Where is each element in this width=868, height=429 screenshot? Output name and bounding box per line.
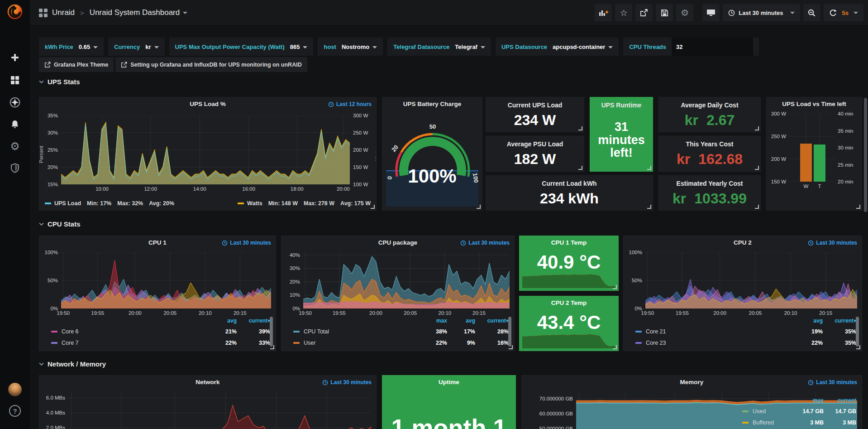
legend-value: 9%	[447, 340, 475, 346]
bell-alerting-icon[interactable]	[9, 118, 21, 131]
user-avatar[interactable]	[8, 383, 22, 396]
legend-column-header[interactable]: avg	[209, 318, 237, 324]
plus-icon[interactable]	[9, 51, 21, 64]
breadcrumb-dashboard-title[interactable]: Unraid System Dashboard	[90, 8, 187, 17]
dashboard-links-row: Grafana Plex ThemeSetting up Grafana and…	[39, 57, 307, 72]
panel-title[interactable]: UPS Battery Charge	[401, 101, 464, 107]
breadcrumb-separator: >	[80, 9, 84, 17]
panel-title[interactable]: Memory	[540, 379, 844, 386]
time-range-picker[interactable]: Last 30 minutes	[723, 4, 800, 21]
variable-ups-max-output-power-capacity-watt-[interactable]: UPS Max Output Power Capacity (Watt)865	[169, 38, 314, 56]
page-scrollbar[interactable]	[864, 98, 867, 212]
variable-cpu-threads[interactable]: CPU Threads	[623, 38, 759, 56]
share-dashboard-button[interactable]	[635, 4, 653, 21]
apps-grid-icon[interactable]	[39, 9, 48, 17]
stat-title[interactable]: Estimated Yearly Cost	[677, 180, 743, 187]
stat-title[interactable]: This Years Cost	[686, 140, 734, 148]
panel-title[interactable]: Network	[57, 379, 358, 386]
panel-title[interactable]: CPU 2 Temp	[538, 299, 600, 306]
variable-input[interactable]	[672, 38, 753, 56]
legend-column-header[interactable]: max	[791, 397, 824, 404]
legend-column-header[interactable]: avg	[447, 318, 475, 324]
variable-ups-datasource[interactable]: UPS Datasourceapcupsd-container	[496, 38, 619, 56]
section-ups-stats[interactable]: UPS Stats	[39, 78, 80, 86]
legend-column-header[interactable]: current	[824, 397, 856, 404]
legend-series-name[interactable]: Core 6	[62, 328, 209, 335]
panel-time-override[interactable]: Last 30 minutes	[808, 379, 857, 386]
legend-scrollbar[interactable]	[508, 317, 511, 347]
legend-series-name[interactable]: Buffered	[753, 419, 791, 426]
dashboard-link[interactable]: Grafana Plex Theme	[39, 57, 114, 72]
panel-time-override[interactable]: Last 30 minutes	[322, 379, 372, 386]
variable-telegraf-datasource[interactable]: Telegraf DatasourceTelegraf	[387, 38, 491, 56]
panel-time-override[interactable]: Last 12 hours	[328, 101, 372, 107]
panel-title[interactable]: UPS Load vs Time left	[770, 101, 858, 107]
section-title: UPS Stats	[48, 78, 80, 86]
legend-row: Core 2119%35%	[628, 326, 856, 337]
variable-value[interactable]: Nostromo	[342, 43, 377, 50]
gear-configuration-icon[interactable]: ⚙	[9, 140, 21, 153]
shield-admin-icon[interactable]	[9, 162, 21, 174]
dashboards-icon[interactable]	[9, 74, 21, 87]
legend-column-header[interactable]: current▾	[237, 318, 270, 324]
x-axis-tick: 20:00	[369, 310, 382, 316]
ups-bar-chart: 300 W250 W200 W150 WWT40 min35 min30 min…	[768, 114, 860, 182]
stat-title[interactable]: Current Load kWh	[542, 180, 596, 187]
star-dashboard-button[interactable]: ☆	[615, 4, 632, 21]
legend-series-name[interactable]: Watts	[247, 200, 262, 207]
variable-value[interactable]: Telegraf	[455, 43, 485, 50]
panel-title[interactable]: Uptime	[401, 379, 497, 386]
variable-host[interactable]: hostNostromo	[318, 38, 383, 56]
stat-title[interactable]: Current UPS Load	[508, 101, 563, 109]
refresh-picker[interactable]: 5s	[824, 4, 863, 21]
zoom-out-button[interactable]	[803, 4, 820, 21]
variable-value[interactable]: kr	[145, 43, 158, 50]
legend-series: UPS LoadMin: 17%Max: 32%Avg: 20%	[45, 200, 174, 207]
breadcrumb-folder[interactable]: Unraid	[52, 8, 75, 17]
help-icon[interactable]: ?	[9, 405, 21, 417]
stat-value-prefix: kr	[672, 191, 686, 207]
x-axis-tick: 10:00	[95, 186, 109, 192]
section-network-memory[interactable]: Network / Memory	[39, 360, 106, 368]
legend-series-name[interactable]: Used	[753, 408, 791, 415]
compass-explore-icon[interactable]	[9, 96, 21, 109]
tv-kiosk-button[interactable]	[702, 4, 720, 21]
variable-kwh-price[interactable]: kWh Price0.65	[39, 38, 104, 56]
legend-scrollbar[interactable]	[270, 317, 273, 347]
y-axis-tick: 30%	[290, 265, 300, 271]
add-panel-button[interactable]	[595, 4, 612, 21]
legend-scrollbar[interactable]	[856, 317, 859, 347]
legend-column-header[interactable]: avg	[795, 318, 823, 324]
legend-series-name[interactable]: Core 23	[646, 340, 795, 346]
stat-title[interactable]: Average PSU Load	[507, 140, 563, 148]
variable-value[interactable]: 0.65	[79, 43, 98, 50]
legend-row: Core 2322%35%	[628, 337, 856, 348]
stat-title[interactable]: Average Daily Cost	[681, 101, 738, 109]
legend-series: WattsMin: 148 WMax: 278 WAvg: 175 W	[238, 200, 371, 207]
variable-value[interactable]: 865	[290, 43, 308, 50]
y-axis-tick: 6.0 MBs	[46, 395, 65, 400]
legend-column-header[interactable]: current▾	[475, 318, 509, 324]
stat-title[interactable]: UPS Runtime	[601, 101, 642, 109]
dashboard-link[interactable]: Setting up Grafana and InfluxDB for UPS …	[115, 57, 307, 72]
legend-column-header[interactable]: current▾	[823, 318, 856, 324]
y-axis-tick: 10%	[290, 292, 300, 298]
panel-time-override[interactable]: Last 30 minutes	[222, 240, 271, 246]
legend-series-name[interactable]: Core 7	[62, 340, 209, 346]
panel-time-override[interactable]: Last 30 minutes	[460, 240, 510, 246]
legend-series-name[interactable]: UPS Load	[54, 200, 81, 207]
grafana-logo[interactable]	[6, 3, 24, 21]
panel-title[interactable]: UPS Load %	[57, 101, 358, 107]
legend-series-name[interactable]: CPU Total	[304, 328, 419, 335]
panel-title[interactable]: CPU 1 Temp	[538, 239, 600, 246]
panel-time-override[interactable]: Last 30 minutes	[808, 240, 857, 246]
dashboard-settings-button[interactable]: ⚙	[676, 4, 693, 21]
legend-series-name[interactable]: User	[304, 340, 419, 346]
legend-series-name[interactable]: Core 21	[646, 328, 795, 335]
variable-value[interactable]: apcupsd-container	[553, 43, 613, 50]
legend-column-header[interactable]: max	[419, 318, 447, 324]
variable-currency[interactable]: Currencykr	[108, 38, 164, 56]
save-dashboard-button[interactable]	[656, 4, 673, 21]
section-cpu-stats[interactable]: CPU Stats	[39, 220, 81, 228]
top-navbar: Unraid > Unraid System Dashboard ☆ ⚙ Las…	[30, 0, 868, 26]
